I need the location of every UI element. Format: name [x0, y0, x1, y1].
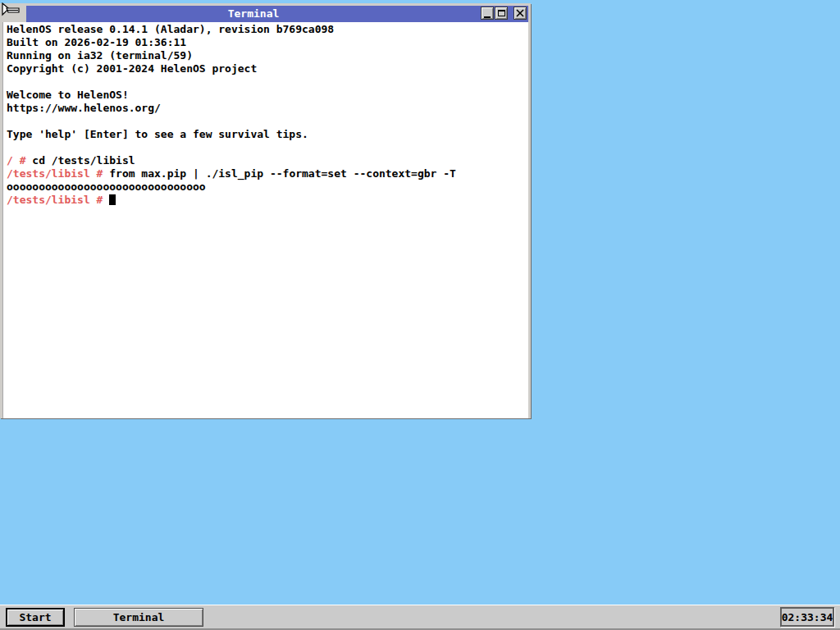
text-cursor	[109, 194, 116, 205]
terminal-line: Copyright (c) 2001-2024 HelenOS project	[7, 62, 527, 75]
terminal-line: ooooooooooooooooooooooooooooooo	[7, 180, 527, 194]
terminal-line: Type 'help' [Enter] to see a few surviva…	[7, 128, 527, 141]
terminal-output[interactable]: HelenOS release 0.14.1 (Aladar), revisio…	[2, 22, 528, 418]
taskbar-clock: 02:33:34	[780, 607, 834, 627]
clock-text: 02:33:34	[782, 611, 833, 623]
terminal-line: https://www.helenos.org/	[7, 102, 527, 115]
terminal-line: / # cd /tests/libisl	[7, 154, 527, 167]
terminal-line: Welcome to HelenOS!	[7, 89, 527, 102]
terminal-line	[7, 75, 527, 89]
minimize-icon	[484, 16, 491, 18]
window-titlebar[interactable]: Terminal	[2, 6, 528, 22]
desktop: Terminal HelenOS release 0.14.1 (Aladar)…	[0, 0, 840, 630]
terminal-line: Running on ia32 (terminal/59)	[7, 49, 527, 62]
terminal-line	[7, 141, 527, 154]
terminal-window[interactable]: Terminal HelenOS release 0.14.1 (Aladar)…	[0, 3, 531, 418]
terminal-line: Built on 2026-02-19 01:36:11	[7, 36, 527, 49]
terminal-line: /tests/libisl #	[7, 194, 527, 207]
terminal-line	[7, 115, 527, 128]
maximize-button[interactable]	[495, 7, 508, 20]
minimize-button[interactable]	[481, 7, 494, 20]
start-button-label: Start	[19, 609, 51, 626]
start-button[interactable]: Start	[6, 608, 65, 627]
maximize-icon	[498, 10, 505, 16]
close-icon	[516, 9, 524, 17]
taskbar-item-terminal[interactable]: Terminal	[74, 608, 203, 627]
terminal-line: /tests/libisl # from max.pip | ./isl_pip…	[7, 167, 527, 180]
terminal-line: HelenOS release 0.14.1 (Aladar), revisio…	[7, 23, 527, 36]
taskbar: Start Terminal 02:33:34	[0, 605, 840, 630]
mouse-cursor-icon	[1, 2, 21, 21]
window-title: Terminal	[26, 6, 481, 22]
close-button[interactable]	[514, 7, 527, 20]
window-controls	[481, 6, 528, 22]
taskbar-item-label: Terminal	[113, 609, 165, 626]
